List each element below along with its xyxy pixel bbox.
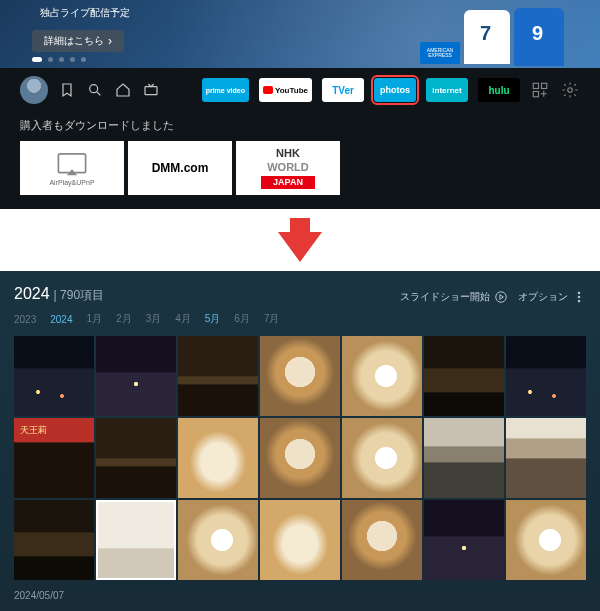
photo-thumb[interactable] (342, 336, 422, 416)
svg-point-0 (90, 85, 98, 93)
nav-row: prime video YouTube TVer photos internet… (0, 68, 600, 112)
options-button[interactable]: オプション (518, 290, 586, 304)
app-prime-video[interactable]: prime video (202, 78, 249, 102)
year-filter-2023[interactable]: 2023 (14, 314, 36, 325)
month-filter[interactable]: 1月 (87, 312, 103, 326)
photo-thumb[interactable] (260, 336, 340, 416)
down-arrow-icon (278, 232, 322, 262)
transition-arrow (0, 209, 600, 271)
current-date-label: 2024/05/07 (14, 590, 586, 601)
photo-grid (14, 336, 586, 580)
search-icon[interactable] (86, 81, 104, 99)
photo-thumb[interactable] (96, 500, 176, 580)
home-icon[interactable] (114, 81, 132, 99)
svg-rect-1 (145, 87, 157, 95)
bookmark-icon[interactable] (58, 81, 76, 99)
photo-thumb[interactable] (424, 336, 504, 416)
photo-thumb[interactable] (342, 500, 422, 580)
hero-banner[interactable]: 独占ライブ配信予定 詳細はこちら AMERICAN EXPRESS (0, 0, 600, 68)
photo-thumb[interactable] (14, 500, 94, 580)
svg-point-5 (568, 88, 573, 93)
photo-thumb[interactable] (342, 418, 422, 498)
svg-rect-3 (542, 83, 547, 88)
apps-grid-icon[interactable] (530, 80, 550, 100)
section-label: 購入者もダウンロードしました (0, 112, 600, 141)
settings-gear-icon[interactable] (560, 80, 580, 100)
photos-app-screen: 2024| 790項目 スライドショー開始 オプション 2023 2024 1月… (0, 271, 600, 611)
month-filter[interactable]: 7月 (264, 312, 280, 326)
app-tile-nhk[interactable]: NHK WORLD JAPAN (236, 141, 340, 195)
photos-title: 2024| 790項目 (14, 285, 104, 304)
app-tile-label: AirPlay&UPnP (49, 179, 94, 186)
app-hulu[interactable]: hulu (478, 78, 520, 102)
photo-thumb[interactable] (260, 500, 340, 580)
tv-icon[interactable] (142, 81, 160, 99)
profile-avatar[interactable] (20, 76, 48, 104)
app-photos[interactable]: photos (374, 78, 416, 102)
month-filter[interactable]: 2月 (116, 312, 132, 326)
hero-details-button[interactable]: 詳細はこちら (32, 30, 124, 52)
app-tile-airplay[interactable]: AirPlay&UPnP (20, 141, 124, 195)
app-internet[interactable]: internet (426, 78, 468, 102)
svg-point-8 (578, 292, 580, 294)
app-youtube[interactable]: YouTube (259, 78, 312, 102)
hero-player-graphic (464, 10, 510, 64)
svg-point-9 (578, 296, 580, 298)
app-tile-dmm[interactable]: DMM.com (128, 141, 232, 195)
photo-thumb[interactable] (96, 336, 176, 416)
photo-thumb[interactable] (506, 500, 586, 580)
month-filter[interactable]: 4月 (175, 312, 191, 326)
firetv-home-screen: 独占ライブ配信予定 詳細はこちら AMERICAN EXPRESS prime … (0, 0, 600, 209)
month-filter[interactable]: 3月 (146, 312, 162, 326)
svg-point-10 (578, 300, 580, 302)
app-tver[interactable]: TVer (322, 78, 364, 102)
month-filter[interactable]: 5月 (205, 312, 221, 326)
photo-thumb[interactable] (178, 500, 258, 580)
date-filter-row: 2023 2024 1月 2月 3月 4月 5月 6月 7月 (14, 312, 586, 326)
photo-thumb[interactable] (14, 336, 94, 416)
svg-rect-2 (533, 83, 538, 88)
photo-thumb[interactable] (506, 336, 586, 416)
hero-badge: 独占ライブ配信予定 (40, 6, 130, 20)
sponsor-logo: AMERICAN EXPRESS (420, 42, 460, 64)
photo-thumb[interactable] (260, 418, 340, 498)
photo-thumb[interactable] (424, 418, 504, 498)
downloads-row: AirPlay&UPnP DMM.com NHK WORLD JAPAN (0, 141, 600, 209)
hero-pagination (32, 57, 86, 62)
svg-rect-4 (533, 92, 538, 97)
svg-point-7 (496, 292, 507, 303)
hero-player-graphic (514, 8, 564, 66)
photo-thumb[interactable] (14, 418, 94, 498)
slideshow-button[interactable]: スライドショー開始 (400, 290, 508, 304)
photo-thumb[interactable] (506, 418, 586, 498)
year-filter-2024[interactable]: 2024 (50, 314, 72, 325)
photo-thumb[interactable] (424, 500, 504, 580)
month-filter[interactable]: 6月 (234, 312, 250, 326)
photo-thumb[interactable] (178, 336, 258, 416)
photo-thumb[interactable] (178, 418, 258, 498)
photo-thumb[interactable] (96, 418, 176, 498)
